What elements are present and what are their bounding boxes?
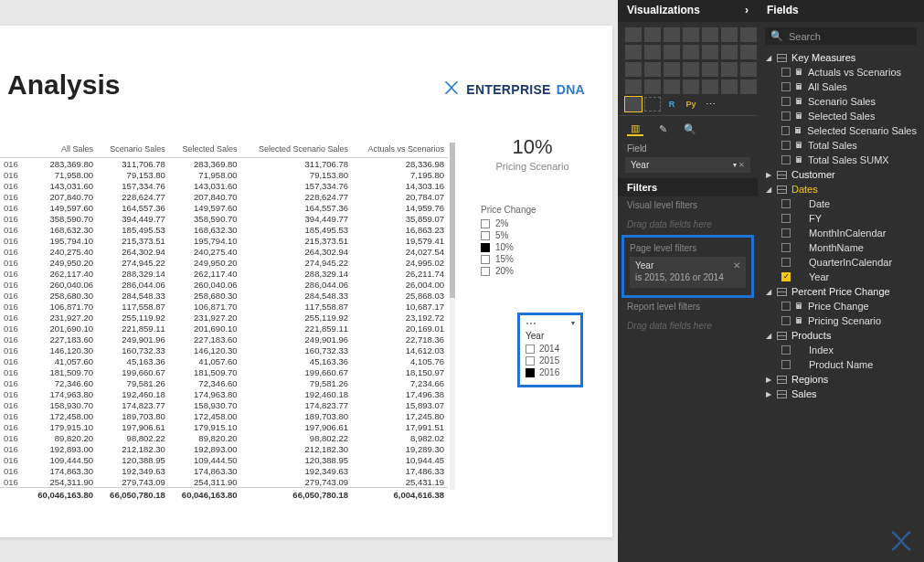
viz-type-button[interactable]	[683, 80, 699, 94]
viz-type-button[interactable]	[644, 62, 661, 77]
field-checkbox[interactable]	[781, 243, 791, 252]
price-change-option[interactable]: 2%	[481, 218, 572, 228]
table-row[interactable]: 016146,120.30160,732.33146,120.30160,732…	[0, 345, 448, 355]
checkbox-icon[interactable]	[481, 267, 490, 276]
field-item[interactable]: MonthName	[758, 240, 924, 255]
table-row[interactable]: 016258,680.30284,548.33258,680.30284,548…	[0, 290, 448, 301]
chevron-down-icon[interactable]: ▾	[571, 319, 575, 327]
field-group[interactable]: ▶Customer	[758, 167, 924, 182]
viz-type-button[interactable]	[683, 62, 699, 77]
table-row[interactable]: 01641,057.6045,163.3641,057.6045,163.364…	[0, 355, 448, 366]
year-slicer[interactable]: ⋯ ▾ Year 201420152016	[517, 313, 583, 387]
checkbox-icon[interactable]	[526, 368, 535, 377]
viz-type-button[interactable]	[664, 45, 680, 59]
field-checkbox[interactable]	[781, 97, 791, 106]
field-item[interactable]: 🖩All Sales	[758, 80, 924, 94]
field-checkbox[interactable]	[781, 111, 791, 121]
price-change-slicer[interactable]: Price Change 2%5%10%15%20%	[481, 205, 572, 278]
viz-type-button[interactable]	[644, 97, 661, 111]
field-checkbox[interactable]	[781, 360, 791, 369]
table-row[interactable]: 016207,840.70228,624.77207,840.70228,624…	[0, 191, 448, 202]
checkbox-icon[interactable]	[526, 356, 535, 366]
checkbox-icon[interactable]	[481, 255, 490, 264]
field-item[interactable]: Date	[758, 196, 924, 211]
field-checkbox[interactable]	[781, 82, 791, 91]
field-item[interactable]: 🖩Actuals vs Scenarios	[758, 65, 924, 80]
drag-fields-hint-2[interactable]: Drag data fields here	[618, 317, 758, 336]
chevron-right-icon[interactable]: ›	[745, 4, 749, 16]
checkbox-icon[interactable]	[481, 243, 490, 252]
field-checkbox[interactable]	[781, 141, 791, 150]
viz-type-button[interactable]	[740, 80, 757, 94]
viz-type-button[interactable]	[625, 45, 642, 59]
field-item[interactable]: 🖩Price Change	[758, 299, 924, 313]
viz-type-py-icon[interactable]: Py	[683, 97, 699, 111]
table-row[interactable]: 016201,690.10221,859.11201,690.10221,859…	[0, 323, 448, 334]
field-checkbox[interactable]	[781, 316, 791, 325]
field-item[interactable]: FY	[758, 211, 924, 226]
field-checkbox[interactable]	[781, 68, 791, 77]
year-option[interactable]: 2015	[526, 355, 575, 366]
table-row[interactable]: 016249,950.20274,945.22249,950.20274,945…	[0, 257, 448, 268]
field-item[interactable]: Year	[758, 270, 924, 284]
viz-type-button[interactable]	[644, 27, 661, 42]
field-well-year[interactable]: Year ▾ ✕	[625, 157, 750, 173]
field-item[interactable]: MonthInCalendar	[758, 226, 924, 240]
viz-pane-title[interactable]: Visualizations ›	[618, 0, 758, 22]
fields-search[interactable]: 🔍 Search	[765, 27, 917, 45]
viz-type-button[interactable]	[740, 45, 757, 59]
viz-type-button[interactable]	[721, 45, 738, 59]
report-page[interactable]: Analysis ENTERPRISE DNA All SalesScenari…	[0, 26, 612, 537]
viz-type-button[interactable]	[683, 27, 699, 42]
field-group[interactable]: ◢Key Measures	[758, 50, 924, 65]
viz-type-button[interactable]	[625, 80, 642, 94]
price-change-option[interactable]: 5%	[481, 230, 572, 240]
table-row[interactable]: 016109,444.50120,388.95109,444.50120,388…	[0, 454, 448, 465]
table-row[interactable]: 01671,958.0079,153.8071,958.0079,153.807…	[0, 169, 448, 180]
table-row[interactable]: 016174,963.80192,460.18174,963.80192,460…	[0, 388, 448, 399]
format-tab-icon[interactable]: ✎	[654, 122, 671, 136]
table-row[interactable]: 016158,930.70174,823.77158,930.70174,823…	[0, 399, 448, 410]
data-table[interactable]: All SalesScenario SalesSelected SalesSel…	[0, 143, 448, 501]
field-checkbox[interactable]	[781, 302, 791, 311]
field-well-dropdown-icon[interactable]: ▾ ✕	[733, 161, 745, 169]
price-change-option[interactable]: 15%	[481, 254, 572, 264]
viz-type-button[interactable]: ⋯	[702, 97, 718, 111]
viz-type-button[interactable]	[721, 62, 738, 77]
table-row[interactable]: 016168,632.30185,495.53168,632.30185,495…	[0, 224, 448, 235]
table-row[interactable]: 016231,927.20255,119.92231,927.20255,119…	[0, 312, 448, 323]
viz-type-button[interactable]	[702, 80, 718, 94]
fields-tab-icon[interactable]: ▥	[627, 122, 643, 136]
field-checkbox[interactable]	[781, 214, 791, 223]
page-filter-remove-icon[interactable]: ✕	[733, 260, 740, 270]
table-row[interactable]: 016195,794.10215,373.51195,794.10215,373…	[0, 235, 448, 246]
field-group[interactable]: ◢Percent Price Change	[758, 284, 924, 299]
table-row[interactable]: 016181,509.70199,660.67181,509.70199,660…	[0, 366, 448, 377]
viz-type-button[interactable]	[740, 27, 757, 42]
field-group[interactable]: ▶Regions	[758, 372, 924, 387]
field-item[interactable]: 🖩Selected Sales	[758, 109, 924, 123]
viz-type-button[interactable]	[644, 80, 661, 94]
viz-type-button[interactable]	[702, 27, 718, 42]
table-row[interactable]: 016143,031.60157,334.76143,031.60157,334…	[0, 180, 448, 191]
field-item[interactable]: Index	[758, 343, 924, 357]
field-checkbox[interactable]	[781, 272, 791, 281]
table-row[interactable]: 016174,863.30192,349.63174,863.30192,349…	[0, 465, 448, 476]
analytics-tab-icon[interactable]: 🔍	[682, 122, 698, 136]
field-group[interactable]: ◢Dates	[758, 182, 924, 196]
table-row[interactable]: 016358,590.70394,449.77358,590.70394,449…	[0, 213, 448, 224]
table-row[interactable]: 016240,275.40264,302.94240,275.40264,302…	[0, 246, 448, 257]
viz-type-button[interactable]	[625, 27, 642, 42]
field-checkbox[interactable]	[781, 199, 791, 208]
field-group[interactable]: ◢Products	[758, 328, 924, 343]
viz-type-button[interactable]	[664, 27, 680, 42]
table-row[interactable]: 016192,893.00212,182.30192,893.00212,182…	[0, 443, 448, 454]
checkbox-icon[interactable]	[526, 345, 535, 354]
field-checkbox[interactable]	[781, 126, 790, 135]
slicer-more-icon[interactable]: ⋯	[526, 320, 536, 327]
field-item[interactable]: 🖩Total Sales SUMX	[758, 153, 924, 167]
drag-fields-hint-1[interactable]: Drag data fields here	[618, 216, 758, 235]
field-checkbox[interactable]	[781, 155, 791, 164]
viz-type-button[interactable]	[721, 27, 738, 42]
field-item[interactable]: 🖩Selected Scenario Sales	[758, 123, 924, 138]
